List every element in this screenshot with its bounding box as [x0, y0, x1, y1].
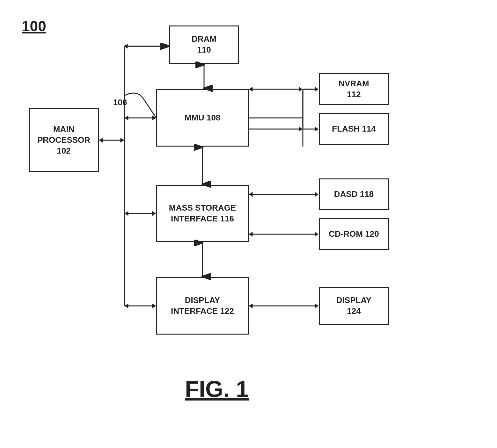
system-label: 100	[22, 18, 46, 35]
svg-marker-9	[124, 44, 128, 48]
display-interface-label: DISPLAYINTERFACE 122	[171, 295, 234, 317]
svg-marker-39	[249, 192, 252, 197]
dram-box: DRAM110	[169, 25, 239, 64]
dasd-label: DASD 118	[334, 189, 374, 200]
main-processor-label: MAINPROCESSOR102	[37, 124, 90, 156]
nvram-box: NVRAM112	[319, 73, 389, 105]
svg-marker-13	[121, 138, 124, 142]
display-box: DISPLAY124	[319, 287, 389, 325]
display-label: DISPLAY124	[336, 295, 371, 317]
svg-marker-21	[125, 304, 128, 308]
svg-marker-12	[99, 138, 103, 142]
svg-marker-15	[125, 116, 128, 120]
mmu-box: MMU 108	[156, 89, 249, 147]
svg-marker-33	[249, 87, 252, 91]
svg-marker-31	[315, 127, 318, 131]
mmu-label: MMU 108	[185, 112, 221, 123]
svg-marker-37	[299, 127, 302, 131]
svg-text:106: 106	[113, 98, 127, 107]
flash-box: FLASH 114	[319, 113, 389, 145]
svg-marker-42	[249, 232, 252, 236]
main-processor-box: MAINPROCESSOR102	[29, 108, 99, 172]
svg-marker-46	[315, 304, 318, 308]
svg-marker-16	[152, 116, 156, 120]
dasd-box: DASD 118	[319, 178, 389, 210]
svg-marker-28	[315, 87, 318, 91]
svg-marker-40	[315, 192, 318, 197]
mass-storage-box: MASS STORAGEINTERFACE 116	[156, 185, 249, 242]
nvram-label: NVRAM112	[339, 78, 369, 100]
cd-rom-label: CD-ROM 120	[329, 229, 379, 240]
svg-marker-8	[166, 44, 169, 48]
dram-label: DRAM110	[192, 34, 216, 55]
svg-marker-34	[299, 87, 302, 91]
svg-marker-18	[125, 211, 128, 216]
mass-storage-label: MASS STORAGEINTERFACE 116	[169, 203, 236, 224]
display-interface-box: DISPLAYINTERFACE 122	[156, 277, 249, 335]
svg-marker-19	[152, 211, 156, 216]
flash-label: FLASH 114	[332, 124, 376, 134]
cd-rom-box: CD-ROM 120	[319, 218, 389, 250]
svg-marker-22	[152, 304, 156, 308]
svg-marker-43	[315, 232, 318, 236]
figure-label: FIG. 1	[185, 376, 249, 402]
diagram: 100 MAINPROCESSOR102 DRAM110 MMU 108 NVR…	[0, 0, 497, 448]
svg-marker-45	[249, 304, 252, 308]
